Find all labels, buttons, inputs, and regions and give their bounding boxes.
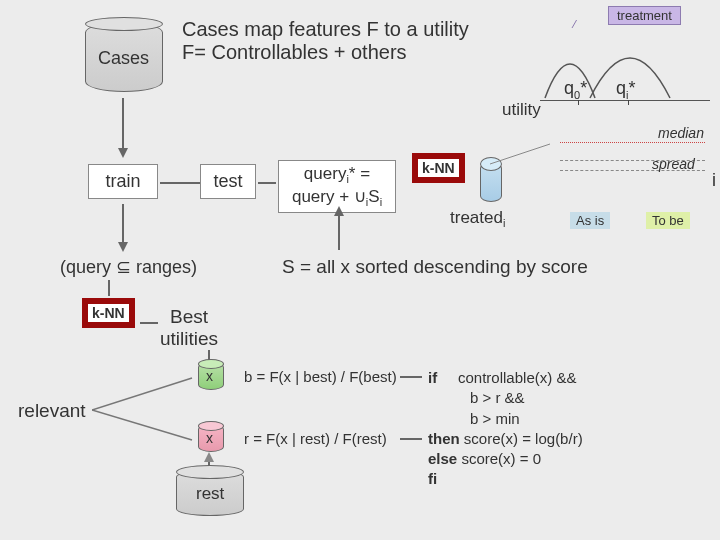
query-ranges-label: (query ⊆ ranges) [60,256,197,278]
utility-chart: treatment q0* qi* utility median spread … [540,20,710,190]
arrow-cases-train-line [122,98,124,150]
arrow-train-down-head [118,242,128,252]
pseudocode-block: if controllable(x) && b > r && b > min t… [428,368,583,490]
query-line2b: ∪ [354,187,366,206]
arrow-range-knn-line [108,280,110,296]
median-line [560,142,705,143]
pc-cond2: b > r && [428,388,583,408]
arrow-r-to-code [400,438,422,440]
median-label: median [658,125,704,141]
as-is-label: As is [570,212,610,229]
arrow-best-x-line [208,350,210,360]
best-utilities-label: Best utilities [160,306,218,350]
cases-label: Cases [98,48,149,69]
pc-else-body: score(x) = 0 [461,450,541,467]
query-line2a: query + [292,187,354,206]
pc-then: then [428,430,460,447]
arrow-s-to-query-head [334,206,344,216]
train-label: train [105,171,140,191]
treated-label: treatedi [450,208,505,229]
i-axis-label: i [712,170,716,191]
treatment-label: treatment [608,6,681,25]
arrow-test-query-line [258,182,276,184]
test-label: test [213,171,242,191]
pc-cond1: controllable(x) && [458,369,576,386]
knn-badge-top: k-NN [412,153,465,183]
query-line1a: query [304,164,347,183]
header-line2: F= Controllables + others [182,41,407,63]
s-statement: S = all x sorted descending by score [282,256,588,278]
pc-if: if [428,369,437,386]
pc-fi: fi [428,470,437,487]
query-line2c: S [368,187,379,206]
arrow-train-down-line [122,204,124,244]
pc-then-body: score(x) = log(b/r) [464,430,583,447]
treated-connector [490,130,550,190]
treated-text: treated [450,208,503,227]
knn-badge-bottom: k-NN [82,298,135,328]
arrow-s-to-query-line [338,214,340,250]
query-line1b: * = [349,164,370,183]
arrow-knn-best-line [140,322,158,324]
svg-line-1 [92,378,192,410]
treated-sub: i [503,217,505,229]
header-line1: Cases map features F to a utility [182,18,469,40]
rest-x-label: x [206,430,213,446]
knn-label-top: k-NN [422,160,455,176]
relevant-label: relevant [18,400,86,422]
query-line2-sub2: i [380,196,382,208]
q0-label: q0* [564,78,587,101]
arrow-rest-x-head [204,452,214,462]
pc-else: else [428,450,457,467]
relevant-connector [92,370,202,450]
formula-b: b = F(x | best) / F(best) [244,368,397,385]
knn-label-bottom: k-NN [92,305,125,321]
svg-line-2 [92,410,192,440]
arrow-cases-train-head [118,148,128,158]
arrow-b-to-code [400,376,422,378]
to-be-label: To be [646,212,690,229]
train-box: train [88,164,158,199]
arrow-train-test-line [160,182,200,184]
spread-label: spread [652,156,695,172]
qi-label: qi* [616,78,635,101]
rest-cylinder-label: rest [196,484,224,504]
formula-r: r = F(x | rest) / F(rest) [244,430,387,447]
utility-axis-label: utility [502,100,541,120]
test-box: test [200,164,256,199]
svg-line-0 [490,144,550,164]
best-x-label: x [206,368,213,384]
pc-cond3: b > min [428,409,583,429]
